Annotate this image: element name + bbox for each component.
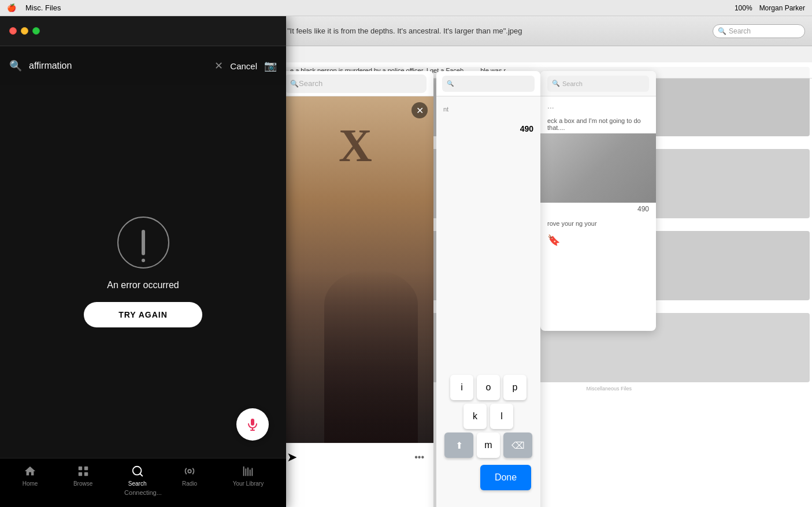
ig-image: X ✕ [277,96,433,443]
nav-home[interactable]: Home [23,464,38,487]
kb-text-snippet: nt [443,103,533,115]
key-delete[interactable]: ⌫ [503,433,532,458]
user-name: Morgan Parker [759,4,805,12]
finder-search[interactable]: 🔍 Search [713,24,805,38]
svg-rect-6 [84,472,87,476]
nav-items: Home Browse [0,464,286,487]
ig-close-button[interactable]: ✕ [411,102,428,118]
key-shift[interactable]: ⬆ [444,433,473,458]
article-dots: ... [540,96,656,115]
ig-bottom-bar: ➤ ••• [277,443,433,471]
article-search-bar[interactable]: 🔍 Search [547,76,649,92]
kb-search-area: 🔍 [436,71,540,96]
svg-rect-4 [84,467,87,470]
apple-logo: 🍎 [7,3,16,12]
nav-library[interactable]: Your Library [233,464,264,487]
connecting-status: Connecting... [0,487,286,498]
article-partial-text: eck a box and I'm not going to do that..… [540,115,656,133]
svg-rect-13 [250,469,251,476]
keyboard-overlay: 🔍 nt 490 i o p k l ⬆ [436,71,540,507]
search-placeholder: Search [729,27,751,35]
try-again-button[interactable]: TRY AGAIN [84,302,202,327]
kb-content: nt [436,96,540,122]
error-container: An error occurred TRY AGAIN [84,217,202,327]
key-k[interactable]: k [464,404,487,429]
kb-number: 490 [436,122,540,136]
svg-rect-12 [247,468,249,476]
spotify-search-icon: 🔍 [9,59,22,72]
finder-filename: 7. "It feels like it is from the depths.… [279,27,522,35]
ig-search-icon: 🔍 [290,80,299,88]
spotify-window: 🔍 affirmation ✕ Cancel 📷 An error occurr… [0,16,286,507]
browse-icon [76,464,90,478]
spotify-bottom-nav: Home Browse [0,458,286,507]
ig-image-overlay [277,270,433,443]
spotify-clear-icon[interactable]: ✕ [214,59,223,72]
search-icon: 🔍 [718,27,726,35]
search-icon: 🔍 [552,80,560,87]
spotify-minimize-button[interactable] [21,27,28,35]
finder-window: ‹ › 7. "It feels like it is from the dep… [0,16,812,507]
nav-search-label: Search [128,480,147,487]
spotify-main-content: An error occurred TRY AGAIN [0,85,286,458]
ig-search-bar[interactable]: 🔍 Search [284,74,427,93]
article-header: 🔍 Search [540,71,656,96]
bookmark-icon[interactable]: 🔖 [547,234,560,246]
article-text: rove your ng your [547,220,649,227]
nav-search[interactable]: Search [128,464,147,487]
article-content-snippet: rove your ng your [540,215,656,232]
spotify-camera-icon[interactable]: 📷 [264,59,277,72]
mic-button[interactable] [236,408,269,441]
radio-icon [183,464,196,478]
spotify-search-input[interactable]: affirmation [29,61,207,71]
spotify-maximize-button[interactable] [32,27,40,35]
keyboard-row-2: k l [441,404,536,429]
instagram-window: 🔍 Search X ✕ ➤ ••• [277,71,433,507]
svg-point-9 [188,469,191,473]
article-window: 🔍 Search ... eck a box and I'm not going… [540,71,656,331]
home-icon [23,464,37,478]
key-m[interactable]: m [477,433,500,458]
library-icon [241,464,255,478]
key-i[interactable]: i [450,375,473,400]
svg-rect-10 [243,467,244,476]
svg-rect-11 [246,468,247,476]
error-message: An error occurred [107,280,179,290]
kb-search-icon: 🔍 [447,80,454,87]
menubar-right: 100% Morgan Parker [735,4,805,12]
ig-header: 🔍 Search [277,71,433,96]
keyboard-done-row: Done [441,461,536,494]
key-l[interactable]: l [490,404,513,429]
nav-radio-label: Radio [182,480,197,487]
spotify-window-controls[interactable] [9,27,40,35]
spotify-close-button[interactable] [9,27,17,35]
exclamation-icon [142,230,145,255]
nav-library-label: Your Library [233,480,264,487]
article-image [540,133,656,203]
svg-line-8 [140,474,142,476]
svg-rect-5 [78,472,81,476]
kb-search-input[interactable]: 🔍 [442,76,535,92]
keyboard-section: i o p k l ⬆ m ⌫ Done [436,370,540,498]
mic-icon [246,417,259,431]
key-o[interactable]: o [477,375,500,400]
keyboard-row-1: i o p [441,375,536,400]
battery-indicator: 100% [735,4,752,12]
nav-browse[interactable]: Browse [73,464,92,487]
done-key[interactable]: Done [480,465,531,490]
app-name: Misc. Files [25,3,61,12]
search-nav-icon [131,464,144,478]
svg-rect-3 [78,467,81,470]
key-p[interactable]: p [503,375,526,400]
send-icon[interactable]: ➤ [287,450,297,465]
nav-radio[interactable]: Radio [182,464,197,487]
svg-rect-14 [252,468,253,476]
menubar: 🍎 Misc. Files 100% Morgan Parker [0,0,812,16]
svg-rect-0 [251,419,254,426]
spotify-search-area: 🔍 affirmation ✕ Cancel 📷 [0,46,286,85]
ig-search-placeholder: Search [299,79,322,88]
spotify-chrome [0,16,286,46]
nav-home-label: Home [23,480,38,487]
more-dots-icon[interactable]: ••• [414,452,424,463]
spotify-cancel-button[interactable]: Cancel [230,61,257,71]
